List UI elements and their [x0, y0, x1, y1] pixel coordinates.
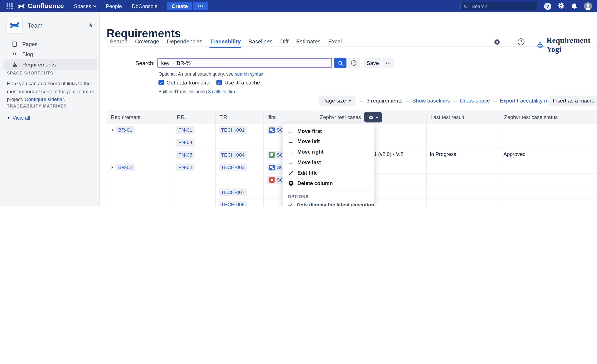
nav-spaces[interactable]: Spaces	[74, 3, 96, 9]
column-header-requirement: Requirement	[107, 111, 173, 124]
svg-text:?: ?	[546, 3, 549, 9]
arrow-right-icon: →	[288, 149, 294, 155]
matrix-settings-gear-icon[interactable]	[494, 39, 501, 47]
svg-text:?: ?	[353, 62, 354, 65]
toolbar-text: –	[360, 97, 363, 103]
configure-sidebar-link[interactable]: Configure sidebar	[25, 96, 64, 102]
toolbar-link-show-baselines[interactable]: Show baselines	[412, 97, 450, 103]
menu-option-only-display-the-latest-execution[interactable]: Only display the latest execution	[283, 200, 374, 206]
menu-item-edit-title[interactable]: Edit title	[283, 168, 374, 178]
requirement-cell: ›BR-02	[107, 161, 173, 206]
menu-item-delete-column[interactable]: Delete column	[283, 178, 374, 189]
vendor-wordmark: Requirement Yogi	[546, 36, 597, 54]
settings-gear-icon[interactable]	[558, 2, 565, 11]
last-test-result-cell	[426, 186, 500, 198]
save-button[interactable]: Save	[364, 58, 381, 68]
tr-cell: TECH-007	[215, 186, 263, 198]
favorite-star-icon[interactable]: ★	[88, 22, 93, 29]
requirement-key[interactable]: BR-01	[116, 126, 135, 134]
sidebar: Team ★ Pages”BlogRequirements SPACE SHOR…	[0, 12, 100, 206]
search-icon	[337, 60, 343, 66]
search-help-button[interactable]: ?	[347, 58, 360, 68]
toolbar-link-cross-space[interactable]: Cross-space	[460, 97, 490, 103]
tr-cell: TECH-003	[215, 161, 263, 186]
jira-calls-link[interactable]: 3 calls to Jira	[208, 89, 235, 95]
expand-chevron-icon[interactable]: ›	[111, 164, 113, 170]
requirement-key[interactable]: TECH-008	[219, 201, 247, 206]
search-syntax-link[interactable]: search syntax	[235, 71, 263, 77]
matrix-help-icon[interactable]: ?	[517, 38, 525, 46]
confluence-logo[interactable]: Confluence	[18, 2, 64, 10]
confluence-window: Confluence Spaces People DbConsole Creat…	[0, 0, 597, 206]
last-test-result-cell	[426, 161, 500, 174]
help-icon[interactable]: ?	[544, 2, 552, 10]
menu-item-move-last[interactable]: →Move last	[283, 157, 374, 168]
sidebar-item-blog[interactable]: ”Blog	[3, 49, 97, 59]
requirement-key[interactable]: FN-01	[176, 126, 195, 134]
zephyr-column-settings-button[interactable]	[364, 112, 382, 122]
chevron-down-icon	[93, 4, 96, 7]
space-logo[interactable]	[7, 18, 22, 33]
last-test-result-cell	[426, 198, 500, 206]
query-field	[157, 58, 332, 68]
requirement-key[interactable]: TECH-003	[219, 164, 247, 171]
yogi-icon	[536, 40, 544, 49]
global-search[interactable]	[460, 2, 538, 10]
requirement-key[interactable]: TECH-004	[219, 151, 247, 159]
menu-item-move-left[interactable]: ←Move left	[283, 136, 374, 147]
app-switcher-icon[interactable]	[5, 1, 15, 11]
checkbox-get-data-from-jira[interactable]: ✓Get data from Jira	[158, 79, 210, 86]
delete-circle-icon	[288, 181, 294, 186]
pages-icon	[11, 41, 18, 47]
view-all-link[interactable]: View all	[12, 115, 30, 121]
blog-icon: ”	[11, 51, 18, 57]
column-header-t-r-: T.R.	[215, 111, 263, 124]
help-circle-icon: ?	[351, 60, 357, 66]
create-button[interactable]: Create	[167, 2, 192, 10]
test-case-status-cell	[500, 186, 597, 198]
sidebar-item-requirements[interactable]: Requirements	[3, 59, 97, 70]
fr-cell: FN-04	[173, 136, 215, 149]
insert-as-macro-button[interactable]: Insert as a macro	[549, 95, 597, 106]
checkbox-use-jira-cache[interactable]: ✓Use Jira cache	[216, 79, 260, 86]
avatar[interactable]	[583, 2, 592, 11]
notifications-bell-icon[interactable]	[571, 2, 578, 10]
arrow-left-icon: ←	[288, 138, 294, 145]
top-navigation: Confluence Spaces People DbConsole Creat…	[0, 0, 597, 12]
global-search-input[interactable]	[471, 3, 532, 9]
checkbox-checked-icon: ✓	[216, 80, 222, 85]
sidebar-item-pages[interactable]: Pages	[3, 39, 97, 49]
requirements-icon	[11, 61, 18, 68]
table-toolbar: Page size –3 requirements–Show baselines…	[318, 95, 565, 106]
requirement-yogi-logo: Requirement Yogi	[536, 36, 597, 54]
tr-cell: TECH-001	[215, 124, 263, 136]
search-label: Search:	[123, 60, 155, 66]
test-case-status-cell	[500, 136, 597, 149]
page-size-dropdown[interactable]: Page size	[318, 95, 355, 106]
toolbar-text: –	[406, 97, 409, 103]
menu-item-move-first[interactable]: ←Move first	[283, 126, 374, 136]
requirement-key[interactable]: TECH-001	[219, 126, 247, 134]
last-test-result-cell	[426, 124, 500, 136]
search-icon	[463, 4, 469, 9]
menu-item-move-right[interactable]: →Move right	[283, 147, 374, 157]
search-more-button[interactable]: •••	[383, 58, 394, 68]
search-helper: Optional. A normal search query, see sea…	[158, 71, 265, 77]
last-test-result-cell	[426, 136, 500, 149]
expand-chevron-icon[interactable]: ›	[111, 126, 113, 133]
requirement-key[interactable]: TECH-007	[219, 189, 247, 196]
space-name[interactable]: Team	[28, 22, 43, 29]
fr-cell: FN-01	[173, 124, 215, 136]
requirement-key[interactable]: FN-05	[176, 151, 195, 159]
tr-cell: TECH-008	[215, 198, 263, 206]
query-input[interactable]	[158, 60, 331, 66]
more-actions-button[interactable]: •••	[193, 2, 209, 10]
nav-people[interactable]: People	[106, 3, 122, 9]
requirement-key[interactable]: FN-02	[176, 164, 195, 171]
requirement-key[interactable]: BR-02	[116, 164, 135, 171]
requirement-key[interactable]: FN-04	[176, 139, 195, 147]
test-case-status-cell	[500, 124, 597, 136]
tr-cell: TECH-004	[215, 149, 263, 161]
run-search-button[interactable]	[334, 58, 346, 68]
nav-dbconsole[interactable]: DbConsole	[132, 3, 157, 9]
